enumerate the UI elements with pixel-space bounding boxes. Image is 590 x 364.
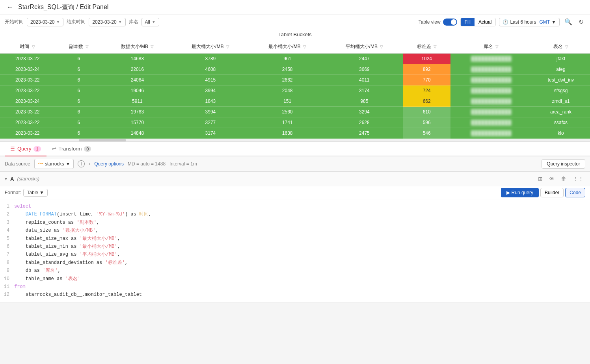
table-row: 2023-03-22 6 19046 3994 2048 3174 724 ██…: [0, 85, 590, 96]
table-view-label: Table view: [419, 19, 441, 25]
line-content: data_size as '数据大小/MB',: [14, 227, 590, 234]
code-line: 10 table_name as '表名': [0, 275, 590, 283]
table-row: 2023-03-22 6 24064 4915 2662 4011 770 ██…: [0, 75, 590, 85]
tab-query[interactable]: ☰ Query 1: [5, 142, 47, 156]
scroll-thumb: [79, 139, 126, 141]
more-button[interactable]: ⋮⋮: [571, 175, 585, 183]
query-editor-header: ▾ A (starrocks) ⊞ 👁 🗑 ⋮⋮: [0, 172, 590, 186]
back-button[interactable]: ←: [6, 3, 13, 11]
end-date-chevron: ▼: [118, 20, 122, 24]
eye-button[interactable]: 👁: [547, 175, 556, 183]
code-line: 3 replica_counts as '副本数',: [0, 219, 590, 227]
line-number: 5: [0, 235, 14, 243]
builder-button[interactable]: Builder: [540, 188, 564, 197]
query-options-link[interactable]: Query options: [94, 161, 124, 167]
delete-button[interactable]: 🗑: [559, 175, 568, 183]
transform-tab-badge: 0: [84, 146, 91, 152]
horizontal-scrollbar[interactable]: [0, 139, 590, 142]
col-header-data-size: 数据大小/MB ▽: [103, 40, 172, 54]
datasource-name: starrocks: [45, 161, 64, 167]
refresh-button[interactable]: ↻: [577, 17, 585, 26]
db-name-label: 库名: [129, 19, 138, 25]
tab-transform[interactable]: ⇌ Transform 0: [47, 142, 97, 156]
code-line: 12 starrocks_audit_db__.monitor_table_ta…: [0, 291, 590, 299]
code-line: 4 data_size as '数据大小/MB',: [0, 227, 590, 234]
code-line: 2 DATE_FORMAT(insert_time, '%Y-%m-%d') a…: [0, 210, 590, 218]
format-bar: Format: Table ▼ ▶ Run query Builder Code: [0, 186, 590, 199]
copy-button[interactable]: ⊞: [536, 175, 544, 183]
table-row: 2023-03-22 6 14683 3789 961 2447 1024 ██…: [0, 54, 590, 64]
col-header-time: 时间 ▽: [0, 40, 55, 54]
line-number: 4: [0, 227, 14, 234]
zoom-out-button[interactable]: 🔍: [563, 17, 574, 26]
format-selector[interactable]: Table ▼: [23, 189, 48, 197]
collapse-button[interactable]: ▾: [5, 176, 7, 182]
line-number: 7: [0, 251, 14, 258]
code-line: 6 tablet_size_min as '最小桶大小/MB',: [0, 243, 590, 251]
table-view-toggle-container: Table view: [419, 19, 457, 26]
line-content: table_standard_deviation as '标准差',: [14, 259, 590, 267]
query-inspector-button[interactable]: Query inspector: [542, 159, 585, 169]
col-header-db: 库名 ▽: [450, 40, 532, 54]
query-tab-badge: 1: [34, 146, 41, 152]
start-date-picker[interactable]: 2023-03-20 ▼: [27, 18, 63, 26]
query-tab-label: Query: [17, 146, 31, 152]
start-date-chevron: ▼: [56, 20, 60, 24]
col-header-std-dev: 标准差 ▽: [403, 40, 450, 54]
format-chevron: ▼: [39, 190, 44, 195]
line-content: db as '库名',: [14, 267, 590, 275]
expand-chevron[interactable]: ›: [89, 161, 90, 167]
table-title: Tablet Buckets: [0, 29, 590, 40]
query-source-label: (starrocks): [17, 176, 39, 182]
toolbar: 开始时间 2023-03-20 ▼ 结束时间 2023-03-20 ▼ 库名 A…: [0, 15, 590, 29]
code-editor[interactable]: 1select2 DATE_FORMAT(insert_time, '%Y-%m…: [0, 199, 590, 303]
db-select[interactable]: All ▼: [141, 18, 159, 26]
query-md-meta: MD = auto = 1488: [128, 161, 166, 167]
col-header-max-bucket: 最大桶大小/MB ▽: [172, 40, 249, 54]
line-content: tablet_size_avg as '平均桶大小/MB',: [14, 251, 590, 258]
code-line: 5 tablet_size_max as '最大桶大小/MB',: [0, 235, 590, 243]
datasource-icon: 〜: [38, 160, 43, 167]
code-button[interactable]: Code: [565, 188, 585, 197]
col-header-min-bucket: 最小桶大小/MB ▽: [249, 40, 326, 54]
line-content: DATE_FORMAT(insert_time, '%Y-%m-%d') as …: [14, 210, 590, 218]
code-line: 1select: [0, 202, 590, 210]
datasource-selector[interactable]: 〜 starrocks ▼: [34, 159, 74, 169]
fill-button[interactable]: Fill: [461, 18, 475, 26]
actual-button[interactable]: Actual: [475, 18, 495, 26]
line-number: 8: [0, 259, 14, 267]
datasource-chevron: ▼: [65, 161, 70, 167]
end-date-value: 2023-03-20: [92, 19, 116, 25]
format-label: Format:: [5, 190, 21, 195]
time-zone-value: GMT: [539, 19, 550, 25]
line-content: replica_counts as '副本数',: [14, 219, 590, 227]
line-number: 6: [0, 243, 14, 251]
db-chevron: ▼: [152, 20, 156, 24]
clock-icon: 🕐: [503, 19, 508, 25]
end-date-picker[interactable]: 2023-03-20 ▼: [89, 18, 125, 26]
info-button[interactable]: i: [78, 160, 85, 167]
format-value: Table: [27, 190, 38, 195]
line-number: 3: [0, 219, 14, 227]
query-id-label: A: [10, 176, 14, 182]
time-range-picker[interactable]: 🕐 Last 6 hours GMT ▼: [499, 18, 560, 26]
line-number: 1: [0, 202, 14, 210]
query-interval-meta: Interval = 1m: [169, 161, 197, 167]
run-query-button[interactable]: ▶ Run query: [501, 188, 539, 197]
run-builder-bar: ▶ Run query Builder Code: [501, 188, 585, 197]
line-number: 11: [0, 283, 14, 291]
col-header-avg-bucket: 平均桶大小/MB ▽: [326, 40, 403, 54]
query-tab-icon: ☰: [10, 146, 15, 152]
line-content: table_name as '表名': [14, 275, 590, 283]
page-header: ← StarRcks_SQL-查询 / Edit Panel: [0, 0, 590, 15]
code-line: 7 tablet_size_avg as '平均桶大小/MB',: [0, 251, 590, 258]
datasource-label: Data source: [5, 161, 30, 167]
code-line: 8 table_standard_deviation as '标准差',: [0, 259, 590, 267]
line-content: select: [14, 202, 590, 210]
table-view-toggle[interactable]: [443, 19, 457, 26]
table-row: 2023-03-22 6 19763 3994 2560 3294 610 ██…: [0, 107, 590, 117]
end-time-label: 结束时间: [67, 19, 86, 25]
code-line: 11from: [0, 283, 590, 291]
line-content: from: [14, 283, 590, 291]
query-editor-container: ▾ A (starrocks) ⊞ 👁 🗑 ⋮⋮ Format: Table ▼…: [0, 172, 590, 303]
